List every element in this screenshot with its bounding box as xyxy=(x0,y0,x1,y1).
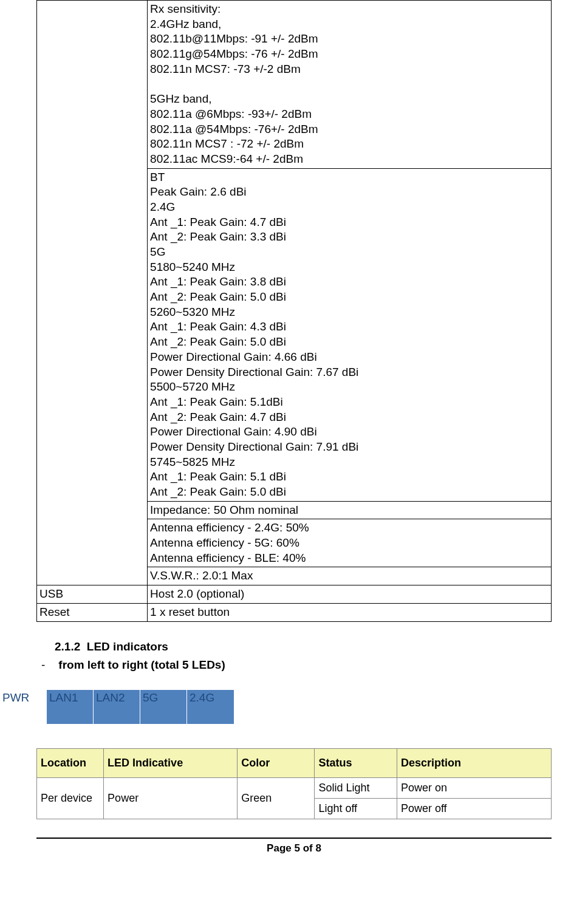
header-indicative: LED Indicative xyxy=(104,748,238,777)
table-row: Reset 1 x reset button xyxy=(37,603,552,621)
led-label-lan1: LAN1 xyxy=(47,690,94,724)
spec-value-usb: Host 2.0 (optional) xyxy=(148,585,552,604)
cell-status: Solid Light xyxy=(315,777,397,798)
led-label-row: PWR LAN1 LAN2 5G 2.4G xyxy=(0,690,552,724)
table-row: Rx sensitivity: 2.4GHz band, 802.11b@11M… xyxy=(37,1,552,169)
cell-description: Power on xyxy=(397,777,551,798)
spec-value-rx-sensitivity: Rx sensitivity: 2.4GHz band, 802.11b@11M… xyxy=(148,1,552,169)
header-color: Color xyxy=(238,748,315,777)
led-label-2-4g: 2.4G xyxy=(187,690,234,724)
spec-value-efficiency: Antenna efficiency - 2.4G: 50% Antenna e… xyxy=(148,519,552,567)
header-description: Description xyxy=(397,748,551,777)
cell-indicative: Power xyxy=(104,777,238,819)
table-row: Per device Power Green Solid Light Power… xyxy=(37,777,552,798)
section-subtext-row: -from left to right (total 5 LEDs) xyxy=(41,658,552,672)
page-number: Page 5 of 8 xyxy=(36,842,552,855)
spec-value-impedance: Impedance: 50 Ohm nominal xyxy=(148,501,552,519)
spec-table: Rx sensitivity: 2.4GHz band, 802.11b@11M… xyxy=(36,0,552,622)
spec-label-empty xyxy=(37,1,148,585)
section-title: LED indicators xyxy=(87,640,168,653)
footer-rule xyxy=(36,838,552,839)
spec-label-reset: Reset xyxy=(37,603,148,621)
header-location: Location xyxy=(37,748,104,777)
spec-value-vswr: V.S.W.R.: 2.0:1 Max xyxy=(148,567,552,585)
spec-label-usb: USB xyxy=(37,585,148,604)
bullet-dash: - xyxy=(41,658,45,671)
led-label-pwr: PWR xyxy=(0,690,47,724)
spec-value-reset: 1 x reset button xyxy=(148,603,552,621)
cell-description: Power off xyxy=(397,798,551,819)
led-label-lan2: LAN2 xyxy=(94,690,140,724)
cell-status: Light off xyxy=(315,798,397,819)
table-header-row: Location LED Indicative Color Status Des… xyxy=(37,748,552,777)
cell-location: Per device xyxy=(37,777,104,819)
spec-value-antenna-gain: BT Peak Gain: 2.6 dBi 2.4G Ant _1: Peak … xyxy=(148,168,552,501)
section-heading: 2.1.2 LED indicators xyxy=(55,640,552,653)
header-status: Status xyxy=(315,748,397,777)
section-number: 2.1.2 xyxy=(55,640,80,653)
led-label-5g: 5G xyxy=(140,690,187,724)
table-row: USB Host 2.0 (optional) xyxy=(37,585,552,604)
led-indicator-table: Location LED Indicative Color Status Des… xyxy=(36,748,552,819)
section-subtext: from left to right (total 5 LEDs) xyxy=(58,658,225,671)
cell-color: Green xyxy=(238,777,315,819)
